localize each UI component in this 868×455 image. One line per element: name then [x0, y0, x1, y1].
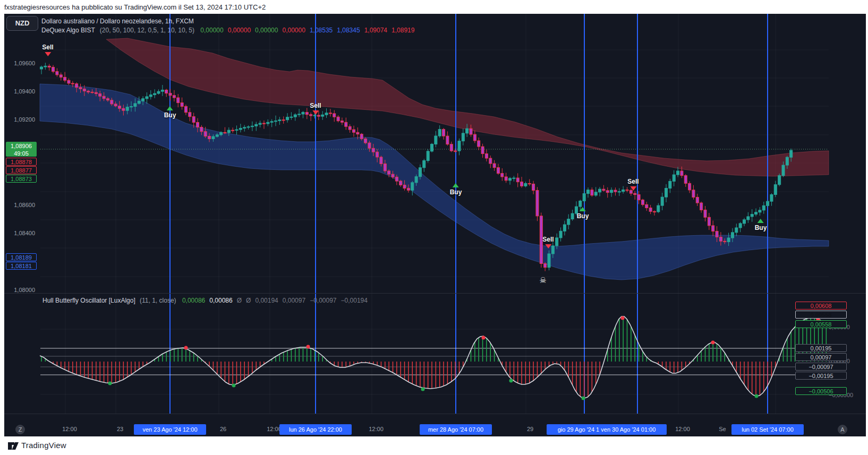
legend-value: 0,00086: [209, 297, 232, 304]
marker-label: Sell: [310, 102, 321, 109]
buy-signal-marker: Buy: [755, 218, 767, 231]
marker-label: Sell: [42, 44, 53, 51]
publication-header: fxstrategiesresources ha pubblicato su T…: [4, 3, 266, 11]
marker-label: Buy: [164, 111, 176, 119]
tradingview-wordmark[interactable]: TradingView: [21, 441, 66, 450]
skull-emoji: ☠: [539, 276, 546, 285]
time-tick: 12:00: [675, 426, 690, 432]
sell-signal-marker: Sell: [542, 236, 554, 250]
sell-signal-marker: Sell: [310, 102, 321, 116]
price-badge: 1,08877: [6, 166, 37, 174]
legend-value: 0,00000: [282, 27, 305, 34]
time-axis[interactable]: Z A 12:00232612:0012:002912:00Se ven 23 …: [4, 414, 866, 436]
legend-value: 1,08919: [392, 27, 414, 34]
symbol-badge[interactable]: NZD: [6, 16, 38, 31]
price-tick: 1,09400: [5, 88, 35, 95]
tradingview-published-chart: fxstrategiesresources ha pubblicato su T…: [0, 0, 868, 455]
legend-value: 1,08535: [310, 27, 333, 34]
marker-label: Buy: [755, 224, 767, 231]
buy-signal-marker: Buy: [450, 182, 462, 196]
legend-value: 0,00097: [283, 297, 305, 304]
legend-value: 0,00086: [182, 297, 205, 304]
sell-triangle-icon: [545, 244, 551, 248]
sell-triangle-icon: [312, 110, 319, 115]
zoom-out-button[interactable]: Z: [15, 425, 25, 434]
time-tick: Se: [719, 426, 726, 432]
oscillator-badge: −0,00195: [795, 372, 847, 380]
legend-value: 1,08345: [337, 27, 360, 34]
legend-value: −0,00194: [341, 297, 368, 304]
buy-triangle-icon: [580, 207, 586, 211]
oscillator-badge: −0,00506: [795, 387, 847, 395]
price-tick: 1,09600: [5, 60, 35, 66]
pane-separator[interactable]: [4, 293, 866, 294]
time-tick: 12:00: [369, 426, 384, 432]
marker-label: Buy: [577, 212, 589, 220]
indicator-values: 0,000000,000000,000000,000001,085351,083…: [196, 27, 414, 34]
session-date-badge[interactable]: lun 02 Set '24 07:00: [731, 424, 804, 435]
price-tick: 1,08000: [5, 287, 35, 293]
buy-triangle-icon: [453, 183, 459, 187]
legend-value: Ø: [237, 297, 242, 304]
tradingview-logo-icon[interactable]: [7, 440, 19, 451]
sell-triangle-icon: [630, 186, 636, 191]
buy-triangle-icon: [167, 106, 173, 110]
countdown: 49:05: [6, 150, 36, 157]
legend-value: 0,00000: [255, 27, 278, 34]
legend-value: −0,00097: [310, 297, 336, 304]
price-chart-canvas[interactable]: [4, 14, 866, 436]
price-tick: 1,08600: [5, 202, 35, 208]
oscillator-badge: 0,00558: [795, 320, 847, 328]
oscillator-badge: −0,00097: [795, 363, 847, 371]
oscillator-values: 0,000860,00086ØØ0,001940,00097−0,00097−0…: [178, 297, 368, 304]
marker-label: Buy: [450, 188, 462, 196]
time-tick: 12:00: [62, 426, 77, 432]
oscillator-badge: 0,00195: [795, 344, 847, 352]
sell-triangle-icon: [45, 52, 51, 56]
time-tick: 29: [527, 426, 533, 432]
hbo-wave: [40, 316, 826, 398]
auto-scale-button[interactable]: A: [838, 425, 847, 434]
oscillator-badge: 0,00097: [795, 353, 847, 361]
buy-signal-marker: Buy: [164, 105, 176, 119]
session-date-badge[interactable]: lun 26 Ago '24 22:00: [279, 424, 352, 435]
price-badge: 1,0890649:05: [6, 142, 37, 157]
legend-value: 0,00000: [200, 27, 223, 34]
marker-label: Sell: [627, 178, 639, 185]
indicator-legend-hull[interactable]: Hull Butterfly Oscillator [LuxAlgo] (11,…: [42, 297, 368, 304]
session-date-badge[interactable]: ven 23 Ago '24 12:00: [134, 424, 206, 435]
marker-label: Sell: [542, 236, 554, 243]
buy-triangle-icon: [758, 219, 764, 223]
legend-value: Ø: [246, 297, 251, 304]
time-tick: 23: [117, 426, 123, 432]
price-badge: 1,08873: [6, 175, 37, 183]
sell-signal-marker: Sell: [42, 44, 53, 57]
session-date-badge[interactable]: mer 28 Ago '24 07:00: [420, 424, 492, 435]
price-badge: 1,08189: [6, 253, 37, 261]
price-tick: 1,09200: [5, 116, 35, 123]
legend-value: 0,00194: [255, 297, 278, 304]
footer-bar: TradingView: [0, 436, 868, 455]
time-tick: 26: [220, 426, 226, 432]
sell-signal-marker: Sell: [627, 178, 639, 192]
price-tick: 1,08400: [5, 230, 35, 236]
session-date-badge[interactable]: gio 29 Ago '24 1 ven 30 Ago '24 01:00: [547, 424, 667, 435]
price-badge: 1,08181: [6, 262, 37, 270]
price-badge: 1,08878: [6, 158, 37, 166]
buy-signal-marker: Buy: [577, 206, 589, 220]
oscillator-badge: 0,00608: [795, 302, 847, 310]
oscillator-badge: 0,00558: [795, 311, 847, 319]
chart-title[interactable]: Dollaro australiano / Dollaro neozelande…: [41, 18, 194, 25]
indicator-legend-dequex[interactable]: DeQuex Algo BIST (20, 50, 100, 12, 0,5, …: [41, 27, 414, 34]
legend-value: 1,09074: [364, 27, 387, 34]
chart-card: NZD Dollaro australiano / Dollaro neozel…: [4, 14, 866, 436]
legend-value: 0,00000: [228, 27, 251, 34]
